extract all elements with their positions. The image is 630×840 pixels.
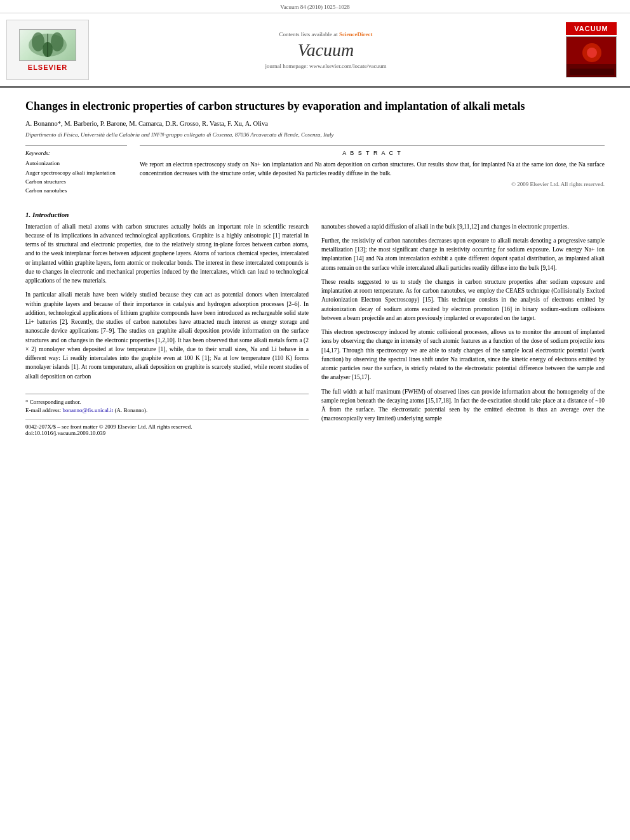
- vacuum-logo-area: VACUUM: [563, 20, 620, 80]
- abstract-content: We report an electron spectroscopy study…: [140, 161, 605, 177]
- section-1-title-text: 1. Introduction: [25, 211, 69, 218]
- body-right-col: nanotubes showed a rapid diffusion of al…: [321, 222, 605, 436]
- journal-header: ELSEVIER Contents lists available at Sci…: [0, 13, 630, 88]
- svg-point-2: [51, 32, 64, 51]
- footnote-email-link[interactable]: bonanno@fis.unical.it: [62, 407, 113, 413]
- keywords-box: Keywords: Autoionization Auger spectrosc…: [25, 145, 127, 196]
- svg-point-7: [587, 48, 597, 58]
- authors-text: A. Bonanno*, M. Barberio, P. Barone, M. …: [25, 120, 268, 127]
- article-title: Changes in electronic properties of carb…: [25, 99, 605, 114]
- body-p1: Interaction of alkali metal atoms with c…: [25, 222, 309, 286]
- elsevier-brand-name: ELSEVIER: [28, 63, 67, 71]
- journal-citation-bar: Vacuum 84 (2010) 1025–1028: [0, 0, 630, 13]
- sciencedirect-link: Contents lists available at ScienceDirec…: [279, 31, 373, 37]
- abstract-section-area: Keywords: Autoionization Auger spectrosc…: [25, 145, 605, 202]
- vacuum-cover-image: [566, 36, 617, 77]
- footnote-star-label: * Corresponding author.: [25, 399, 81, 405]
- page-wrapper: Vacuum 84 (2010) 1025–1028 ELSEVIER Cont…: [0, 0, 630, 840]
- body-r-p3: These results suggested to us to study t…: [321, 277, 605, 323]
- footnote-email-suffix: (A. Bonanno).: [115, 407, 148, 413]
- journal-title: Vacuum: [298, 40, 354, 60]
- introduction-section: 1. Introduction Interaction of alkali me…: [25, 211, 605, 436]
- copyright-notice: © 2009 Elsevier Ltd. All rights reserved…: [140, 181, 605, 187]
- author-affiliation: Dipartimento di Fisica, Università della…: [25, 131, 605, 138]
- footnote-corresponding: * Corresponding author.: [25, 398, 309, 407]
- keywords-label: Keywords:: [25, 150, 127, 156]
- sciencedirect-brand: ScienceDirect: [339, 31, 372, 37]
- abstract-column: A B S T R A C T We report an electron sp…: [140, 145, 605, 202]
- abstract-section: A B S T R A C T We report an electron sp…: [140, 145, 605, 187]
- keyword-3: Carbon structures: [25, 177, 127, 186]
- doi-line-1: 0042-207X/$ – see front matter © 2009 El…: [25, 423, 309, 430]
- elsevier-logo-area: ELSEVIER: [6, 20, 89, 80]
- footnote-email-line: E-mail address: bonanno@fis.unical.it (A…: [25, 406, 309, 415]
- main-content-area: Changes in electronic properties of carb…: [0, 88, 630, 449]
- svg-point-1: [32, 32, 44, 51]
- body-r-p5: The full width at half maximum (FWHM) of…: [321, 387, 605, 423]
- authors-list: A. Bonanno*, M. Barberio, P. Barone, M. …: [25, 119, 605, 129]
- body-r-p1: nanotubes showed a rapid diffusion of al…: [321, 222, 605, 231]
- doi-line-2: doi:10.1016/j.vacuum.2009.10.039: [25, 430, 309, 436]
- abstract-heading: A B S T R A C T: [140, 150, 605, 156]
- journal-info-center: Contents lists available at ScienceDirec…: [95, 20, 556, 80]
- keyword-4: Carbon nanotubes: [25, 186, 127, 195]
- footnote-area: * Corresponding author. E-mail address: …: [25, 394, 309, 436]
- vacuum-brand-box: VACUUM: [566, 22, 617, 35]
- body-left-col: Interaction of alkali metal atoms with c…: [25, 222, 309, 436]
- keywords-column: Keywords: Autoionization Auger spectrosc…: [25, 145, 127, 202]
- body-r-p4: This electron spectroscopy induced by at…: [321, 328, 605, 382]
- divider-line: [25, 419, 309, 420]
- keyword-2: Auger spectroscopy alkali implantation: [25, 168, 127, 177]
- journal-citation: Vacuum 84 (2010) 1025–1028: [280, 4, 350, 10]
- body-two-col: Interaction of alkali metal atoms with c…: [25, 222, 605, 436]
- section-1-title: 1. Introduction: [25, 211, 605, 218]
- keyword-1: Autoionization: [25, 159, 127, 168]
- journal-homepage-url: journal homepage: www.elsevier.com/locat…: [265, 63, 387, 69]
- footnote-email-label: E-mail address:: [25, 407, 61, 413]
- svg-rect-8: [570, 69, 614, 75]
- journal-cover-image: [19, 29, 76, 61]
- abstract-text: We report an electron spectroscopy study…: [140, 160, 605, 178]
- body-r-p2: Further, the resistivity of carbon nanot…: [321, 236, 605, 272]
- body-p2: In particular alkali metals have been wi…: [25, 290, 309, 381]
